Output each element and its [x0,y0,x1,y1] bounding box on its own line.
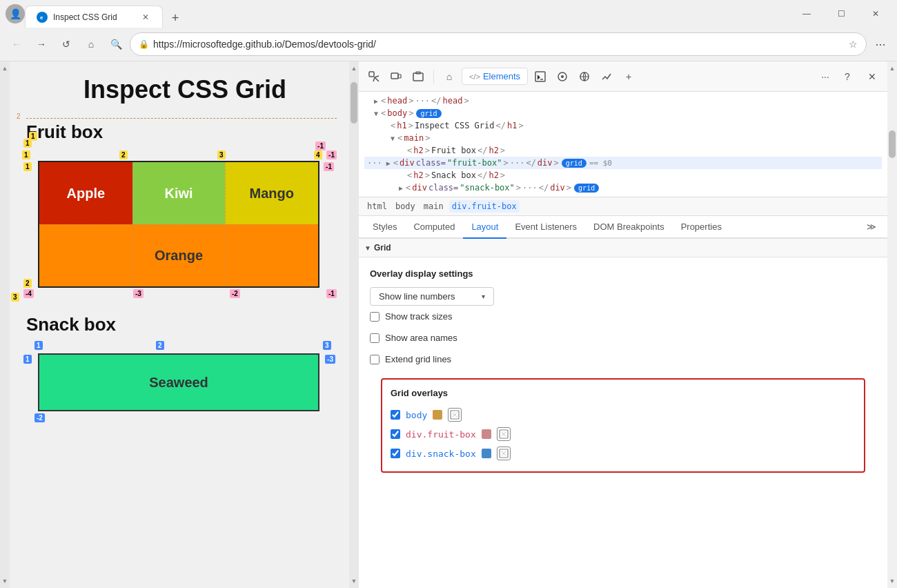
grid-chevron: ▼ [364,244,371,252]
fruit-box-overlay-item: div.fruit-box [391,424,856,444]
new-tab-button[interactable]: + [166,8,185,28]
body-overlay-checkbox[interactable] [391,410,400,420]
scroll-down-arrow[interactable]: ▼ [2,574,8,588]
tree-div-snack[interactable]: ▶ <div class="snack-box" > ··· </div> gr… [364,182,882,194]
browser-more-button[interactable]: ··· [869,33,891,55]
div-snack-expand[interactable]: ▶ [399,184,403,192]
tree-main[interactable]: ▼ <main> [364,132,882,144]
elements-panel-button[interactable]: </> Elements [462,68,528,85]
page-scroll-bar[interactable]: ▲ ▼ [349,61,359,588]
svg-rect-3 [391,73,398,79]
home-devtools-button[interactable]: ⌂ [440,67,459,86]
tree-h2-snack[interactable]: <h2> Snack box </h2> [364,169,882,182]
close-button[interactable]: ✕ [860,3,891,25]
breadcrumb-body[interactable]: body [393,200,418,213]
head-expand[interactable]: ▶ [374,97,378,105]
page-scroll-down[interactable]: ▼ [351,574,357,588]
browser-tab[interactable]: e Inspect CSS Grid ✕ [25,6,163,28]
snack-row: 1 Seaweed -3 [26,353,333,411]
tab-computed[interactable]: Computed [405,216,463,239]
more-tools-button[interactable]: ··· [816,67,835,86]
refresh-button[interactable]: ↺ [55,33,77,55]
extend-grid-lines-checkbox[interactable] [370,355,379,364]
breadcrumb-html[interactable]: html [364,200,390,213]
console-button[interactable] [531,67,550,86]
snack-box-overlay-color [482,449,491,458]
tree-body[interactable]: ▼ <body> grid [364,107,882,119]
tab-event-listeners[interactable]: Event Listeners [506,216,585,239]
sources-button[interactable] [553,67,572,86]
extend-grid-lines-row: Extend grid lines [370,349,876,370]
show-area-names-row: Show area names [370,327,876,349]
panel-tabs-more[interactable]: ≫ [861,216,882,237]
tab-title: Inspect CSS Grid [53,12,135,22]
tree-dots[interactable]: ··· [367,158,382,168]
forward-button[interactable]: → [30,33,52,55]
tree-h1[interactable]: <h1> Inspect CSS Grid </h1> [364,119,882,132]
address-bar-row: ← → ↺ ⌂ 🔍 🔒 https://microsoftedge.github… [0,28,897,61]
line-numbers-dropdown[interactable]: Show line numbers ▾ [370,287,494,306]
tab-properties[interactable]: Properties [673,216,730,239]
title-bar: 👤 e Inspect CSS Grid ✕ + — ☐ ✕ [0,0,897,28]
page-title: Inspect CSS Grid [26,75,344,104]
fruit-section: 2 Fruit box 1 1 [26,118,344,300]
show-track-sizes-label: Show track sizes [385,311,453,322]
tab-dom-breakpoints[interactable]: DOM Breakpoints [585,216,673,239]
tab-close-button[interactable]: ✕ [140,12,151,23]
body-expand[interactable]: ▼ [374,110,378,117]
add-panel-button[interactable]: + [619,67,638,86]
help-button[interactable]: ? [838,67,857,86]
grid-section-header[interactable]: ▼ Grid [359,239,887,257]
scroll-up-arrow[interactable]: ▲ [2,61,8,75]
dt-scroll-thumb[interactable] [889,130,896,158]
home-button[interactable]: ⌂ [80,33,102,55]
breadcrumb-div-fruit-box[interactable]: div.fruit-box [449,200,520,213]
devtools-scrollbar[interactable]: ▲ ▼ [887,61,897,588]
dropdown-label: Show line numbers [379,291,455,302]
search-button[interactable]: 🔍 [105,33,127,55]
fruit-box-overlay-checkbox[interactable] [391,429,400,439]
row3-label: 3 [11,293,19,302]
dt-scroll-up[interactable]: ▲ [889,61,896,75]
tree-h2-fruit[interactable]: <h2> Fruit box </h2> [364,144,882,157]
tab-layout[interactable]: Layout [463,216,506,239]
favorite-icon[interactable]: ☆ [849,39,858,50]
body-overlay-label: body [406,410,427,420]
screenshot-button[interactable] [408,67,428,86]
minimize-button[interactable]: — [791,3,822,25]
html-tree: ▶ <head> ··· </head> ▼ <body> grid <h1> [359,92,887,197]
snack-grid-badge: grid [574,184,599,193]
page-scroll-thumb[interactable] [351,82,357,124]
fruit-box-overlay-icon[interactable] [497,427,511,441]
snack-box-overlay-icon[interactable] [497,447,511,460]
page-scroll-up[interactable]: ▲ [351,61,357,75]
dt-scroll-down[interactable]: ▼ [889,574,896,588]
left-label-col: 1 2 [26,161,38,288]
network-button[interactable] [575,67,594,86]
panel-tabs: Styles Computed Layout Event Listeners D… [359,216,887,239]
breadcrumb-main[interactable]: main [421,200,446,213]
show-track-sizes-checkbox[interactable] [370,312,379,322]
back-button[interactable]: ← [6,33,28,55]
elements-icon: </> [469,72,480,81]
body-overlay-item: body [391,405,856,424]
body-overlay-icon[interactable] [448,408,462,422]
snack-box-overlay-checkbox[interactable] [391,449,400,458]
body-grid-badge: grid [416,109,441,118]
address-bar[interactable]: 🔒 https://microsoftedge.github.io/Demos/… [130,32,867,56]
maximize-button[interactable]: ☐ [825,3,857,25]
show-area-names-checkbox[interactable] [370,333,379,343]
body-overlay-color [433,410,442,420]
snack-box-overlay-item: div.snack-box [391,444,856,463]
tree-div-fruit[interactable]: ··· ▶ <div class="fruit-box" > ··· </div… [364,157,882,169]
device-emulation-button[interactable] [386,67,406,86]
inspect-element-button[interactable] [364,67,384,86]
performance-button[interactable] [597,67,616,86]
main-expand[interactable]: ▼ [391,135,395,142]
tree-head[interactable]: ▶ <head> ··· </head> [364,95,882,107]
user-avatar[interactable]: 👤 [6,4,25,23]
dropdown-arrow-icon: ▾ [482,293,485,300]
div-fruit-expand[interactable]: ▶ [386,159,391,167]
close-devtools-button[interactable]: ✕ [862,67,882,86]
tab-styles[interactable]: Styles [364,216,405,239]
